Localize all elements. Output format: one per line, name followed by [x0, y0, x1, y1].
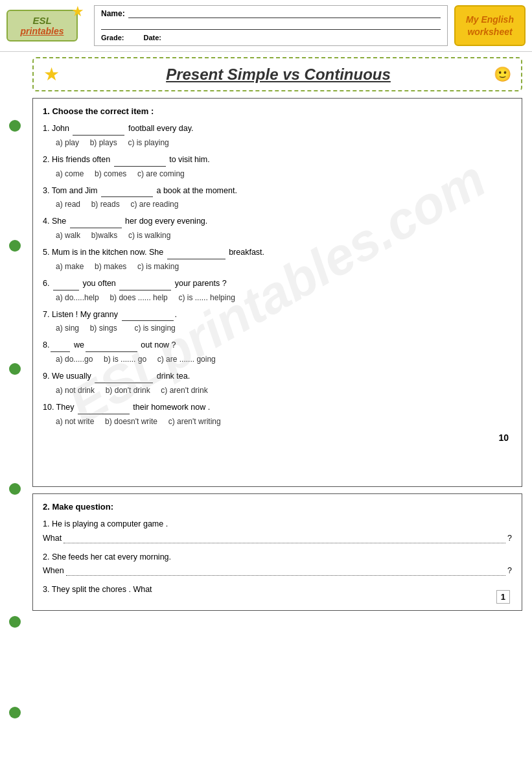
title-section: ★ Present Simple vs Continuous 🙂	[32, 57, 522, 91]
q6-num: 6.	[43, 279, 52, 288]
star-top-icon: ★	[71, 3, 84, 20]
q7-blank	[122, 309, 174, 322]
q2-num: 2. His friends often	[43, 155, 113, 164]
q3-num: 3. Tom and Jim	[43, 186, 100, 195]
q2-text: 2. His friends often to visit him.	[43, 154, 512, 167]
lower-content: 2. Make question: 1. He is playing a com…	[32, 493, 522, 611]
lower-q3: 3. They split the chores . What	[43, 584, 512, 596]
q10-blank	[78, 401, 130, 414]
lq1-what: What	[43, 532, 62, 545]
header: ★ ESL printables Name: Grade: Date: My E…	[0, 0, 532, 52]
q1-blank	[73, 123, 124, 136]
question-7: 7. Listen ! My granny . a) sing b) sings…	[43, 309, 512, 335]
q10-rest: their homework now .	[131, 403, 210, 412]
page: ★ ESL printables Name: Grade: Date: My E…	[0, 0, 532, 758]
header-right: My Englishworksheet	[454, 5, 526, 46]
q6-mid: you often	[80, 279, 118, 288]
q10-num: 10. They	[43, 403, 76, 412]
question-4: 4. She her dog every evening. a) walk b)…	[43, 215, 512, 241]
q7-rest: .	[175, 310, 177, 319]
q3-rest: a book at the moment.	[154, 186, 237, 195]
date-label: Date:	[143, 34, 161, 41]
lq2-line: When ?	[43, 563, 512, 577]
title-star-icon: ★	[43, 64, 60, 85]
lq2-text: 2. She feeds her cat every morning.	[43, 551, 512, 563]
q9-text: 9. We usually drink tea.	[43, 370, 512, 383]
q6-text: 6. you often your parents ?	[43, 278, 512, 290]
q6-blank2	[119, 278, 171, 290]
lq1-line: What ?	[43, 530, 512, 545]
page-title: Present Simple vs Continuous	[69, 65, 487, 84]
question-9: 9. We usually drink tea. a) not drink b)…	[43, 370, 512, 396]
green-dot-3	[9, 363, 21, 375]
section1-title: 1. Choose the correct item :	[43, 106, 512, 116]
q5-text: 5. Mum is in the kitchen now. She breakf…	[43, 246, 512, 259]
q7-options: a) sing b) sings c) is singing	[43, 322, 512, 334]
esl-subtitle: printables	[14, 26, 70, 36]
q3-text: 3. Tom and Jim a book at the moment.	[43, 185, 512, 198]
lq2-qmark: ?	[507, 565, 512, 577]
esl-title: ESL	[14, 15, 70, 26]
q7-num: 7. Listen ! My granny	[43, 310, 121, 319]
q4-blank	[70, 215, 122, 228]
q4-options: a) walk b)walks c) is walking	[43, 230, 512, 241]
question-10: 10. They their homework now . a) not wri…	[43, 401, 512, 427]
q2-blank	[114, 154, 166, 167]
q8-num: 8.	[43, 340, 49, 349]
my-english-worksheet: My Englishworksheet	[466, 14, 514, 37]
grade-label: Grade:	[101, 34, 124, 41]
q8-options: a) do.....go b) is ....... go c) are ...…	[43, 353, 512, 365]
green-dot-4	[9, 483, 21, 495]
q2-rest: to visit him.	[167, 155, 210, 164]
q8-text: 8. we out now ?	[43, 339, 512, 352]
q5-options: a) make b) makes c) is making	[43, 261, 512, 272]
q4-rest: her dog every evening.	[123, 217, 208, 226]
q6-blank1	[53, 278, 79, 290]
q5-rest: breakfast.	[227, 248, 264, 257]
lower-q2: 2. She feeds her cat every morning. When…	[43, 551, 512, 578]
page-number: 1	[496, 590, 510, 604]
q9-num: 9. We usually	[43, 372, 93, 381]
q1-options: a) play b) plays c) is playing	[43, 137, 512, 148]
q4-text: 4. She her dog every evening.	[43, 215, 512, 228]
green-dot-5	[9, 616, 21, 628]
smiley-icon: 🙂	[494, 66, 511, 83]
q6-options: a) do.....help b) does ...... help c) is…	[43, 292, 512, 303]
q6-rest: your parents ?	[172, 279, 226, 288]
esl-box: ★ ESL printables	[6, 10, 78, 41]
lower-q1: 1. He is playing a computer game . What …	[43, 518, 512, 545]
section2-title: 2. Make question:	[43, 502, 512, 512]
q1-num: 1. John	[43, 124, 71, 133]
grade-date-line: Grade: Date:	[101, 34, 441, 41]
score: 10	[43, 432, 509, 443]
green-dot-2	[9, 240, 21, 252]
q5-num: 5. Mum is in the kitchen now. She	[43, 248, 166, 257]
q10-options: a) not write b) doesn't write c) aren't …	[43, 416, 512, 427]
q3-options: a) read b) reads c) are reading	[43, 198, 512, 210]
q8-rest: out now ?	[139, 340, 176, 349]
q8-blank1	[51, 339, 70, 352]
q1-rest: football every day.	[126, 124, 193, 133]
green-dot-6	[9, 707, 21, 718]
header-center: Name: Grade: Date:	[94, 5, 448, 46]
question-6: 6. you often your parents ? a) do.....he…	[43, 278, 512, 303]
question-5: 5. Mum is in the kitchen now. She breakf…	[43, 246, 512, 272]
name-label: Name:	[101, 9, 125, 18]
name-line: Name:	[101, 9, 441, 18]
q5-blank	[167, 246, 226, 259]
question-1: 1. John football every day. a) play b) p…	[43, 123, 512, 148]
question-2: 2. His friends often to visit him. a) co…	[43, 154, 512, 180]
q9-blank	[95, 370, 153, 383]
lq1-text: 1. He is playing a computer game .	[43, 518, 512, 530]
q8-blank2	[86, 339, 137, 352]
header-left: ★ ESL printables	[6, 5, 78, 46]
q8-mid: we	[71, 340, 84, 349]
lq2-when: When	[43, 565, 64, 577]
main-content: ESLprintables.com 1. Choose the correct …	[32, 98, 522, 487]
question-3: 3. Tom and Jim a book at the moment. a) …	[43, 185, 512, 211]
lq1-qmark: ?	[507, 532, 512, 545]
name-underline	[128, 9, 441, 18]
q10-text: 10. They their homework now .	[43, 401, 512, 414]
lq3-text: 3. They split the chores . What	[43, 584, 512, 596]
green-dot-1	[9, 120, 21, 132]
